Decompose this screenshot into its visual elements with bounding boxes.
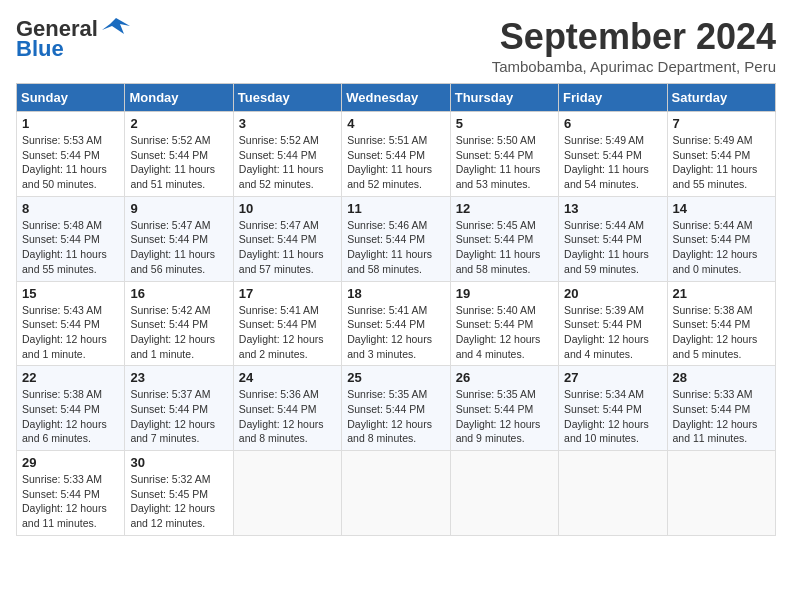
daylight-label: Daylight: 11 hours and 59 minutes.	[564, 248, 649, 275]
day-info: Sunrise: 5:53 AM Sunset: 5:44 PM Dayligh…	[22, 133, 119, 192]
day-info: Sunrise: 5:38 AM Sunset: 5:44 PM Dayligh…	[673, 303, 770, 362]
day-info: Sunrise: 5:40 AM Sunset: 5:44 PM Dayligh…	[456, 303, 553, 362]
day-number: 7	[673, 116, 770, 131]
sunset-label: Sunset: 5:44 PM	[239, 403, 317, 415]
day-number: 19	[456, 286, 553, 301]
day-number: 8	[22, 201, 119, 216]
daylight-label: Daylight: 11 hours and 56 minutes.	[130, 248, 215, 275]
sunrise-label: Sunrise: 5:45 AM	[456, 219, 536, 231]
daylight-label: Daylight: 12 hours and 9 minutes.	[456, 418, 541, 445]
calendar-day-26: 26 Sunrise: 5:35 AM Sunset: 5:44 PM Dayl…	[450, 366, 558, 451]
daylight-label: Daylight: 12 hours and 10 minutes.	[564, 418, 649, 445]
sunrise-label: Sunrise: 5:50 AM	[456, 134, 536, 146]
daylight-label: Daylight: 11 hours and 58 minutes.	[347, 248, 432, 275]
day-info: Sunrise: 5:45 AM Sunset: 5:44 PM Dayligh…	[456, 218, 553, 277]
empty-cell	[342, 451, 450, 536]
day-info: Sunrise: 5:51 AM Sunset: 5:44 PM Dayligh…	[347, 133, 444, 192]
daylight-label: Daylight: 12 hours and 12 minutes.	[130, 502, 215, 529]
daylight-label: Daylight: 11 hours and 51 minutes.	[130, 163, 215, 190]
calendar-day-23: 23 Sunrise: 5:37 AM Sunset: 5:44 PM Dayl…	[125, 366, 233, 451]
day-info: Sunrise: 5:47 AM Sunset: 5:44 PM Dayligh…	[130, 218, 227, 277]
calendar-day-15: 15 Sunrise: 5:43 AM Sunset: 5:44 PM Dayl…	[17, 281, 125, 366]
daylight-label: Daylight: 12 hours and 4 minutes.	[564, 333, 649, 360]
daylight-label: Daylight: 11 hours and 57 minutes.	[239, 248, 324, 275]
sunrise-label: Sunrise: 5:33 AM	[22, 473, 102, 485]
sunrise-label: Sunrise: 5:53 AM	[22, 134, 102, 146]
sunset-label: Sunset: 5:44 PM	[456, 149, 534, 161]
sunrise-label: Sunrise: 5:48 AM	[22, 219, 102, 231]
calendar-header-row: SundayMondayTuesdayWednesdayThursdayFrid…	[17, 84, 776, 112]
day-info: Sunrise: 5:33 AM Sunset: 5:44 PM Dayligh…	[673, 387, 770, 446]
calendar-day-12: 12 Sunrise: 5:45 AM Sunset: 5:44 PM Dayl…	[450, 196, 558, 281]
sunrise-label: Sunrise: 5:44 AM	[564, 219, 644, 231]
day-number: 11	[347, 201, 444, 216]
day-number: 27	[564, 370, 661, 385]
day-number: 18	[347, 286, 444, 301]
daylight-label: Daylight: 12 hours and 11 minutes.	[673, 418, 758, 445]
day-info: Sunrise: 5:35 AM Sunset: 5:44 PM Dayligh…	[347, 387, 444, 446]
calendar-week-3: 15 Sunrise: 5:43 AM Sunset: 5:44 PM Dayl…	[17, 281, 776, 366]
day-info: Sunrise: 5:35 AM Sunset: 5:44 PM Dayligh…	[456, 387, 553, 446]
calendar-day-4: 4 Sunrise: 5:51 AM Sunset: 5:44 PM Dayli…	[342, 112, 450, 197]
day-number: 4	[347, 116, 444, 131]
weekday-header-thursday: Thursday	[450, 84, 558, 112]
day-info: Sunrise: 5:44 AM Sunset: 5:44 PM Dayligh…	[564, 218, 661, 277]
sunset-label: Sunset: 5:44 PM	[22, 149, 100, 161]
daylight-label: Daylight: 12 hours and 6 minutes.	[22, 418, 107, 445]
day-info: Sunrise: 5:39 AM Sunset: 5:44 PM Dayligh…	[564, 303, 661, 362]
sunrise-label: Sunrise: 5:44 AM	[673, 219, 753, 231]
calendar-day-30: 30 Sunrise: 5:32 AM Sunset: 5:45 PM Dayl…	[125, 451, 233, 536]
sunset-label: Sunset: 5:44 PM	[22, 403, 100, 415]
weekday-header-friday: Friday	[559, 84, 667, 112]
sunset-label: Sunset: 5:44 PM	[22, 488, 100, 500]
sunrise-label: Sunrise: 5:41 AM	[239, 304, 319, 316]
sunrise-label: Sunrise: 5:47 AM	[130, 219, 210, 231]
day-number: 17	[239, 286, 336, 301]
daylight-label: Daylight: 11 hours and 53 minutes.	[456, 163, 541, 190]
daylight-label: Daylight: 11 hours and 54 minutes.	[564, 163, 649, 190]
day-number: 20	[564, 286, 661, 301]
month-year-title: September 2024	[492, 16, 776, 58]
sunrise-label: Sunrise: 5:36 AM	[239, 388, 319, 400]
day-info: Sunrise: 5:33 AM Sunset: 5:44 PM Dayligh…	[22, 472, 119, 531]
daylight-label: Daylight: 11 hours and 50 minutes.	[22, 163, 107, 190]
sunset-label: Sunset: 5:44 PM	[564, 318, 642, 330]
weekday-header-tuesday: Tuesday	[233, 84, 341, 112]
calendar-day-7: 7 Sunrise: 5:49 AM Sunset: 5:44 PM Dayli…	[667, 112, 775, 197]
calendar-week-1: 1 Sunrise: 5:53 AM Sunset: 5:44 PM Dayli…	[17, 112, 776, 197]
sunset-label: Sunset: 5:44 PM	[673, 318, 751, 330]
sunrise-label: Sunrise: 5:49 AM	[564, 134, 644, 146]
day-info: Sunrise: 5:52 AM Sunset: 5:44 PM Dayligh…	[239, 133, 336, 192]
day-info: Sunrise: 5:49 AM Sunset: 5:44 PM Dayligh…	[673, 133, 770, 192]
day-number: 6	[564, 116, 661, 131]
sunset-label: Sunset: 5:44 PM	[239, 318, 317, 330]
calendar-week-4: 22 Sunrise: 5:38 AM Sunset: 5:44 PM Dayl…	[17, 366, 776, 451]
daylight-label: Daylight: 11 hours and 55 minutes.	[22, 248, 107, 275]
calendar-day-18: 18 Sunrise: 5:41 AM Sunset: 5:44 PM Dayl…	[342, 281, 450, 366]
logo-bird-icon	[102, 16, 130, 38]
sunset-label: Sunset: 5:44 PM	[456, 403, 534, 415]
sunrise-label: Sunrise: 5:52 AM	[239, 134, 319, 146]
daylight-label: Daylight: 12 hours and 4 minutes.	[456, 333, 541, 360]
logo: General Blue	[16, 16, 130, 62]
day-info: Sunrise: 5:34 AM Sunset: 5:44 PM Dayligh…	[564, 387, 661, 446]
day-number: 16	[130, 286, 227, 301]
calendar-day-13: 13 Sunrise: 5:44 AM Sunset: 5:44 PM Dayl…	[559, 196, 667, 281]
daylight-label: Daylight: 12 hours and 3 minutes.	[347, 333, 432, 360]
calendar-day-11: 11 Sunrise: 5:46 AM Sunset: 5:44 PM Dayl…	[342, 196, 450, 281]
day-number: 30	[130, 455, 227, 470]
calendar-day-8: 8 Sunrise: 5:48 AM Sunset: 5:44 PM Dayli…	[17, 196, 125, 281]
sunrise-label: Sunrise: 5:40 AM	[456, 304, 536, 316]
sunset-label: Sunset: 5:44 PM	[564, 403, 642, 415]
sunrise-label: Sunrise: 5:47 AM	[239, 219, 319, 231]
day-number: 1	[22, 116, 119, 131]
svg-marker-0	[102, 18, 130, 34]
day-number: 21	[673, 286, 770, 301]
daylight-label: Daylight: 12 hours and 8 minutes.	[347, 418, 432, 445]
daylight-label: Daylight: 12 hours and 11 minutes.	[22, 502, 107, 529]
empty-cell	[233, 451, 341, 536]
calendar-day-25: 25 Sunrise: 5:35 AM Sunset: 5:44 PM Dayl…	[342, 366, 450, 451]
empty-cell	[450, 451, 558, 536]
day-info: Sunrise: 5:50 AM Sunset: 5:44 PM Dayligh…	[456, 133, 553, 192]
sunrise-label: Sunrise: 5:32 AM	[130, 473, 210, 485]
